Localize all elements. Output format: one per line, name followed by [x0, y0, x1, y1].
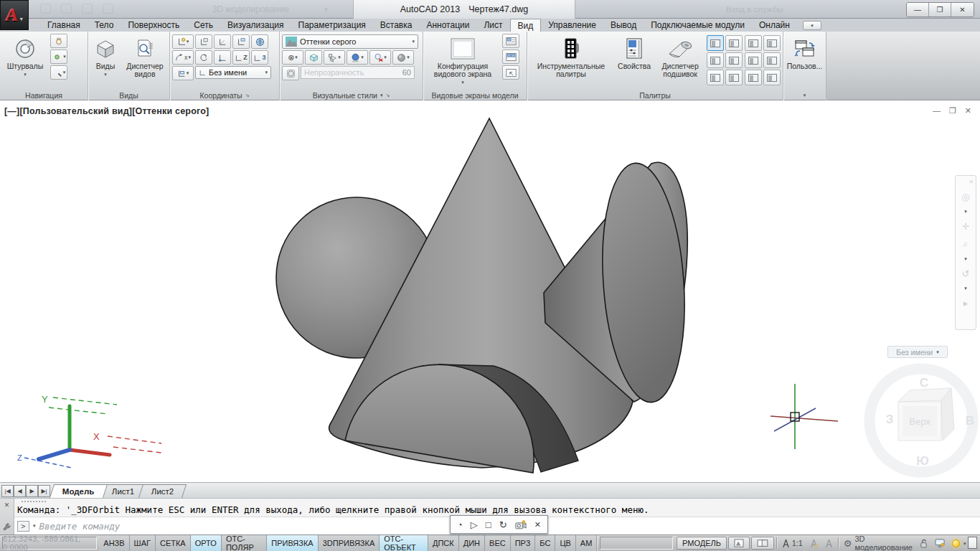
tab-annotatsii[interactable]: Аннотации: [419, 19, 476, 32]
panel-title-model-viewports[interactable]: Видовые экраны модели: [423, 90, 527, 100]
toggle-anzv[interactable]: АНЗВ: [99, 535, 129, 551]
shadow-mode-button[interactable]: ▾: [347, 50, 368, 65]
command-close-icon[interactable]: ✕: [4, 501, 10, 509]
ucs-name-combo[interactable]: Без имени ▾: [195, 66, 271, 79]
edge-style-button[interactable]: ▾: [324, 50, 345, 65]
ucs-world-globe-button[interactable]: [251, 34, 268, 49]
views-button[interactable]: Виды ▾: [90, 34, 121, 90]
ucs-previous-button[interactable]: [214, 34, 231, 49]
panel-title-coordinates[interactable]: Координаты ↘: [170, 90, 279, 100]
ucs-show-icon-button[interactable]: ▾: [172, 66, 194, 80]
ucs-z-axis-button[interactable]: Z: [232, 50, 250, 65]
tab-vizualizatsiya[interactable]: Визуализация: [220, 19, 291, 32]
ucs-undo-button[interactable]: [195, 50, 212, 65]
navbar-pan-icon[interactable]: ✛: [962, 221, 970, 232]
calculator-button[interactable]: [725, 52, 743, 68]
ucs-3point-button[interactable]: 3: [251, 50, 268, 65]
toggle-shag[interactable]: ШАГ: [130, 535, 156, 551]
next-layout-button[interactable]: ▶: [26, 485, 38, 497]
tab-poverkhnost[interactable]: Поверхность: [121, 19, 187, 32]
drawing-viewport[interactable]: Y X Z С В Ю З Верх: [0, 100, 980, 482]
play-animation-icon[interactable]: ▷: [471, 520, 478, 529]
xray-button[interactable]: [282, 66, 299, 80]
hardware-acceleration-button[interactable]: [932, 537, 948, 550]
annotation-visibility-button[interactable]: [807, 537, 821, 550]
application-menu-button[interactable]: A ▾: [0, 0, 29, 30]
ucs-origin-button[interactable]: [214, 50, 231, 65]
doc-close-button[interactable]: ✕: [965, 106, 971, 116]
minimize-button[interactable]: —: [907, 3, 929, 17]
constrained-orbit-icon[interactable]: ◔: [457, 520, 463, 529]
tool-palettes-button[interactable]: Инструментальные палитры: [529, 34, 613, 90]
tab-onlain[interactable]: Онлайн: [752, 19, 797, 32]
tab-telo[interactable]: Тело: [88, 19, 121, 32]
section-box-button[interactable]: [305, 50, 322, 65]
annotation-scale-button[interactable]: 1:1: [779, 537, 806, 550]
viewport-menu-control[interactable]: [—]: [4, 106, 19, 116]
panel-title-views[interactable]: Виды: [88, 90, 169, 100]
continuous-orbit-icon[interactable]: ↻: [499, 520, 507, 529]
navbar-showmotion-icon[interactable]: ▸: [963, 298, 969, 309]
toggle-am[interactable]: АМ: [576, 535, 598, 551]
navbar-close-icon[interactable]: ✕: [969, 179, 974, 185]
orbit-toolbar-close-icon[interactable]: ✕: [534, 521, 541, 529]
viewcube[interactable]: С В Ю З Верх: [870, 369, 974, 472]
toggle-din[interactable]: ДИН: [459, 535, 485, 551]
first-layout-button[interactable]: |◀: [1, 485, 14, 497]
view-control[interactable]: [Пользовательский вид]: [19, 106, 132, 116]
restore-button[interactable]: ❐: [929, 3, 951, 17]
ribbon-collapse-button[interactable]: ▾: [803, 21, 821, 30]
zoom-button[interactable]: ▾: [50, 65, 67, 80]
autoscale-button[interactable]: [822, 537, 836, 550]
no-shadow-button[interactable]: ▾: [369, 50, 391, 65]
tab-vid[interactable]: Вид: [510, 19, 542, 32]
orbit-button[interactable]: ▾: [50, 50, 67, 64]
recent-commands-icon[interactable]: ▾: [33, 523, 36, 529]
view-manager-button[interactable]: Диспетчер видов: [123, 34, 167, 90]
toggle-3dprivyazka[interactable]: 3DПРИВЯЗКА: [319, 535, 380, 551]
ucs-x-rotate-button[interactable]: x ▾: [172, 50, 194, 65]
command-grip-handle[interactable]: [14, 499, 980, 504]
navigation-bar-ghost[interactable]: ✕ ◎ ▾ ✛ ⌕ ▾ ↺ ▾ ▸: [955, 175, 976, 330]
panel-title-user[interactable]: ▾: [783, 90, 826, 100]
prev-layout-button[interactable]: ◀: [14, 485, 26, 497]
signin-label[interactable]: Вход в службы: [726, 5, 783, 14]
toggle-privyazka[interactable]: ПРИВЯЗКА: [267, 535, 318, 551]
workspace-dropdown-icon[interactable]: ▾: [324, 6, 328, 13]
tab-vyvod[interactable]: Вывод: [603, 19, 644, 32]
tab-glavnaya[interactable]: Главная: [40, 19, 88, 32]
panel-title-visual-styles[interactable]: Визуальные стили ▾ ↘: [280, 90, 423, 100]
properties-button[interactable]: Свойства: [615, 34, 654, 90]
toolbar-lock-button[interactable]: [917, 537, 930, 550]
stop-animation-icon[interactable]: □: [486, 520, 491, 529]
pan-button[interactable]: [50, 34, 67, 48]
viewport-configuration-button[interactable]: Конфигурация видового экрана ▾: [425, 34, 500, 90]
panel-title-palettes[interactable]: Палитры: [527, 90, 783, 100]
panel-launcher-icon[interactable]: ↘: [245, 93, 250, 98]
user-interface-button[interactable]: Пользов...: [786, 34, 824, 90]
panel-title-navigation[interactable]: Навигация: [0, 90, 88, 100]
tab-moduli[interactable]: Подключаемые модули: [644, 19, 752, 32]
navbar-wheel-icon[interactable]: ◎: [961, 192, 969, 202]
ucs-object-button[interactable]: [232, 34, 250, 49]
workspace-switcher-button[interactable]: ⚙ 3D моделирование: [841, 537, 915, 550]
tab-set[interactable]: Сеть: [187, 19, 220, 32]
last-layout-button[interactable]: ▶|: [38, 485, 50, 497]
navbar-zoom-icon[interactable]: ⌕: [963, 238, 968, 250]
viewcube-ucs-menu[interactable]: Без имени ▾: [887, 346, 948, 358]
visual-styles-manager-button[interactable]: [763, 35, 781, 51]
cleanscreen-palette-button[interactable]: [725, 35, 743, 51]
quick-view-layouts-button[interactable]: [728, 537, 750, 550]
record-camera-icon[interactable]: [515, 520, 527, 529]
workspace-switcher[interactable]: 3D моделирование: [212, 4, 289, 14]
doc-minimize-button[interactable]: —: [933, 106, 941, 116]
markup-manager-button[interactable]: [707, 70, 724, 85]
restore-viewport-button[interactable]: [502, 65, 519, 80]
visual-style-combo[interactable]: Оттенки серого ▾: [282, 34, 418, 49]
model-space-button[interactable]: РМОДЕЛЬ: [677, 537, 727, 550]
materials-browser-button[interactable]: [745, 35, 762, 51]
panel-launcher-icon[interactable]: ↘: [385, 93, 390, 98]
tab-vstavka[interactable]: Вставка: [373, 19, 420, 32]
toggle-orto[interactable]: ОРТО: [191, 535, 222, 551]
tab-upravlenie[interactable]: Управление: [541, 19, 603, 32]
